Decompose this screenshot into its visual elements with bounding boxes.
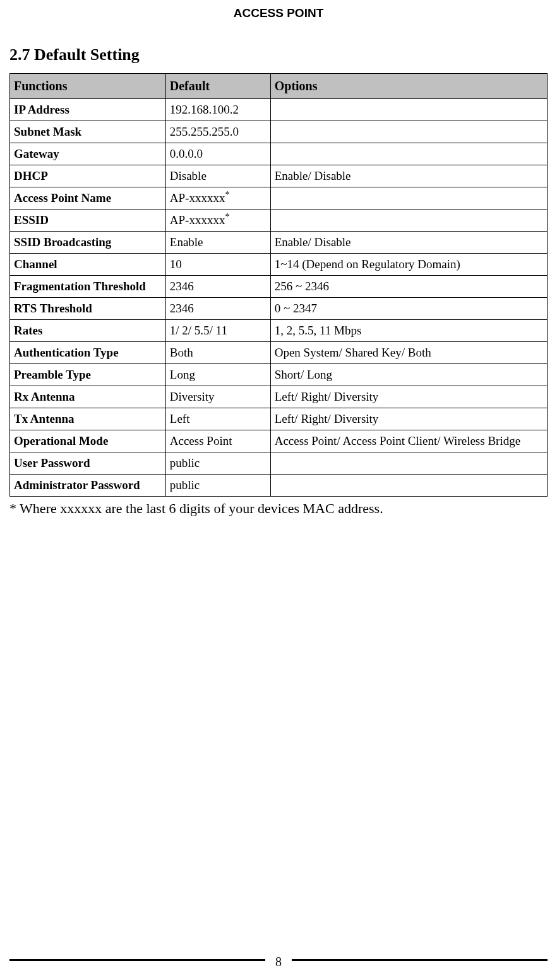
table-row: Channel101~14 (Depend on Regulatory Doma…	[10, 254, 548, 276]
cell-function: Administrator Password	[10, 475, 166, 497]
cell-default-text: Access Point	[170, 434, 232, 447]
cell-default: AP-xxxxxx*	[165, 187, 270, 210]
cell-options: Left/ Right/ Diversity	[270, 386, 547, 408]
cell-function: Authentication Type	[10, 342, 166, 364]
cell-function: Preamble Type	[10, 364, 166, 386]
cell-default-sup: *	[225, 211, 229, 221]
cell-default: 2346	[165, 298, 270, 320]
cell-options: Left/ Right/ Diversity	[270, 408, 547, 430]
cell-options: 256 ~ 2346	[270, 276, 547, 298]
cell-default: Access Point	[165, 430, 270, 452]
table-row: Access Point NameAP-xxxxxx*	[10, 187, 548, 210]
cell-default-text: 2346	[170, 302, 194, 315]
cell-options	[270, 210, 547, 232]
cell-default-text: Disable	[170, 169, 207, 182]
table-row: IP Address192.168.100.2	[10, 99, 548, 121]
table-row: Rx AntennaDiversityLeft/ Right/ Diversit…	[10, 386, 548, 408]
cell-default: 1/ 2/ 5.5/ 11	[165, 320, 270, 342]
cell-default-text: Left	[170, 412, 190, 425]
cell-function: Fragmentation Threshold	[10, 276, 166, 298]
cell-options: 1, 2, 5.5, 11 Mbps	[270, 320, 547, 342]
cell-function: Gateway	[10, 143, 166, 165]
table-row: User Passwordpublic	[10, 452, 548, 475]
footnote: * Where xxxxxx are the last 6 digits of …	[9, 500, 548, 517]
table-row: Preamble TypeLongShort/ Long	[10, 364, 548, 386]
table-row: Gateway0.0.0.0	[10, 143, 548, 165]
cell-default: Left	[165, 408, 270, 430]
page-header: ACCESS POINT	[9, 6, 548, 20]
cell-default: public	[165, 452, 270, 475]
table-row: Tx AntennaLeftLeft/ Right/ Diversity	[10, 408, 548, 430]
cell-default: 10	[165, 254, 270, 276]
cell-default-text: 192.168.100.2	[170, 103, 239, 116]
cell-options: Open System/ Shared Key/ Both	[270, 342, 547, 364]
page-footer: 8	[0, 953, 557, 967]
cell-default: Long	[165, 364, 270, 386]
cell-default: Enable	[165, 232, 270, 254]
table-row: Operational ModeAccess PointAccess Point…	[10, 430, 548, 452]
cell-default: Both	[165, 342, 270, 364]
table-row: DHCPDisableEnable/ Disable	[10, 165, 548, 187]
cell-function: IP Address	[10, 99, 166, 121]
table-row: Subnet Mask255.255.255.0	[10, 121, 548, 143]
cell-function: Channel	[10, 254, 166, 276]
cell-options: 1~14 (Depend on Regulatory Domain)	[270, 254, 547, 276]
cell-function: Subnet Mask	[10, 121, 166, 143]
cell-function: Operational Mode	[10, 430, 166, 452]
cell-function: Rx Antenna	[10, 386, 166, 408]
table-row: SSID BroadcastingEnableEnable/ Disable	[10, 232, 548, 254]
table-row: Administrator Passwordpublic	[10, 475, 548, 497]
cell-default-text: public	[170, 478, 200, 492]
th-options: Options	[270, 74, 547, 99]
cell-options	[270, 187, 547, 210]
cell-default-text: Diversity	[170, 390, 215, 403]
cell-default-text: AP-xxxxxx	[170, 191, 225, 204]
table-header-row: Functions Default Options	[10, 74, 548, 99]
cell-default-text: 10	[170, 257, 182, 271]
table-row: Fragmentation Threshold2346256 ~ 2346	[10, 276, 548, 298]
cell-function: Rates	[10, 320, 166, 342]
cell-default: 255.255.255.0	[165, 121, 270, 143]
cell-default-sup: *	[225, 189, 229, 199]
cell-default-text: 2346	[170, 280, 194, 293]
cell-function: SSID Broadcasting	[10, 232, 166, 254]
default-settings-table: Functions Default Options IP Address192.…	[9, 73, 548, 497]
cell-options	[270, 475, 547, 497]
cell-options	[270, 452, 547, 475]
table-row: Authentication TypeBothOpen System/ Shar…	[10, 342, 548, 364]
page-number: 8	[265, 955, 292, 969]
cell-default: AP-xxxxxx*	[165, 210, 270, 232]
cell-default: 2346	[165, 276, 270, 298]
cell-options	[270, 143, 547, 165]
cell-function: Tx Antenna	[10, 408, 166, 430]
cell-default-text: Both	[170, 346, 193, 359]
cell-default-text: 255.255.255.0	[170, 125, 239, 138]
cell-default: public	[165, 475, 270, 497]
cell-options: Enable/ Disable	[270, 165, 547, 187]
cell-function: ESSID	[10, 210, 166, 232]
table-row: ESSIDAP-xxxxxx*	[10, 210, 548, 232]
cell-options: Enable/ Disable	[270, 232, 547, 254]
cell-default: 192.168.100.2	[165, 99, 270, 121]
cell-default-text: AP-xxxxxx	[170, 213, 225, 227]
cell-function: DHCP	[10, 165, 166, 187]
cell-function: User Password	[10, 452, 166, 475]
cell-function: Access Point Name	[10, 187, 166, 210]
cell-options	[270, 99, 547, 121]
cell-default-text: 0.0.0.0	[170, 147, 203, 160]
table-row: RTS Threshold23460 ~ 2347	[10, 298, 548, 320]
footer-rule-left	[9, 959, 265, 961]
cell-default: 0.0.0.0	[165, 143, 270, 165]
th-default: Default	[165, 74, 270, 99]
cell-options	[270, 121, 547, 143]
cell-options: 0 ~ 2347	[270, 298, 547, 320]
footer-rule-right	[292, 959, 548, 961]
cell-default-text: public	[170, 456, 200, 469]
cell-default: Disable	[165, 165, 270, 187]
cell-default-text: Enable	[170, 235, 203, 249]
cell-default: Diversity	[165, 386, 270, 408]
cell-default-text: Long	[170, 368, 195, 381]
cell-default-text: 1/ 2/ 5.5/ 11	[170, 324, 227, 337]
cell-options: Access Point/ Access Point Client/ Wirel…	[270, 430, 547, 452]
cell-function: RTS Threshold	[10, 298, 166, 320]
